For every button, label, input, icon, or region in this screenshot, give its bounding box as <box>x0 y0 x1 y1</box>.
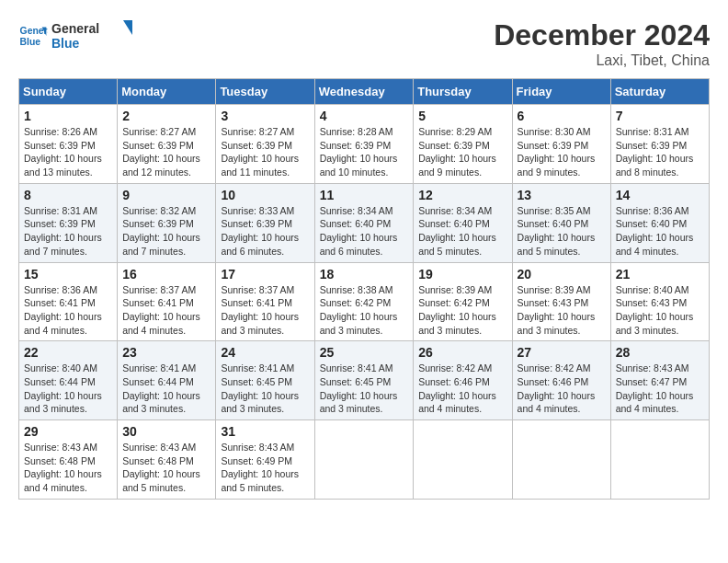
weekday-header-wednesday: Wednesday <box>314 79 414 105</box>
location-title: Laxi, Tibet, China <box>494 52 710 69</box>
calendar-cell: 12Sunrise: 8:34 AMSunset: 6:40 PMDayligh… <box>414 183 512 262</box>
day-info: Sunrise: 8:39 AMSunset: 6:43 PMDaylight:… <box>518 283 606 338</box>
day-number: 12 <box>418 188 506 202</box>
day-number: 13 <box>518 188 606 202</box>
calendar-cell: 3Sunrise: 8:27 AMSunset: 6:39 PMDaylight… <box>216 105 314 184</box>
calendar-cell: 15Sunrise: 8:36 AMSunset: 6:41 PMDayligh… <box>19 262 118 341</box>
day-number: 25 <box>320 345 409 360</box>
calendar-cell: 8Sunrise: 8:31 AMSunset: 6:39 PMDaylight… <box>19 183 118 262</box>
day-number: 11 <box>320 188 409 202</box>
day-info: Sunrise: 8:26 AMSunset: 6:39 PMDaylight:… <box>24 125 112 179</box>
day-info: Sunrise: 8:35 AMSunset: 6:40 PMDaylight:… <box>518 204 606 259</box>
weekday-header-monday: Monday <box>118 79 216 105</box>
day-number: 21 <box>616 267 704 282</box>
day-info: Sunrise: 8:39 AMSunset: 6:42 PMDaylight:… <box>418 283 506 338</box>
day-number: 1 <box>24 109 112 123</box>
calendar-cell: 29Sunrise: 8:43 AMSunset: 6:48 PMDayligh… <box>19 420 118 500</box>
day-info: Sunrise: 8:31 AMSunset: 6:39 PMDaylight:… <box>24 204 112 259</box>
day-info: Sunrise: 8:41 AMSunset: 6:45 PMDaylight:… <box>221 362 309 416</box>
calendar-cell: 5Sunrise: 8:29 AMSunset: 6:39 PMDaylight… <box>414 105 512 184</box>
calendar-cell: 14Sunrise: 8:36 AMSunset: 6:40 PMDayligh… <box>610 183 709 262</box>
day-info: Sunrise: 8:42 AMSunset: 6:46 PMDaylight:… <box>418 362 506 416</box>
svg-text:Blue: Blue <box>51 36 80 51</box>
calendar-cell: 30Sunrise: 8:43 AMSunset: 6:48 PMDayligh… <box>118 420 216 500</box>
day-number: 7 <box>616 109 704 123</box>
day-number: 26 <box>418 345 506 360</box>
calendar-week-row: 1Sunrise: 8:26 AMSunset: 6:39 PMDaylight… <box>19 105 710 184</box>
logo-icon: General Blue <box>18 21 48 51</box>
weekday-header-thursday: Thursday <box>414 79 512 105</box>
calendar-cell: 13Sunrise: 8:35 AMSunset: 6:40 PMDayligh… <box>512 183 610 262</box>
calendar-cell: 11Sunrise: 8:34 AMSunset: 6:40 PMDayligh… <box>314 183 414 262</box>
calendar-cell: 7Sunrise: 8:31 AMSunset: 6:39 PMDaylight… <box>610 105 709 184</box>
day-info: Sunrise: 8:37 AMSunset: 6:41 PMDaylight:… <box>122 283 210 338</box>
header: General Blue General Blue December 2024 … <box>18 18 710 69</box>
day-info: Sunrise: 8:41 AMSunset: 6:45 PMDaylight:… <box>320 362 409 416</box>
day-number: 9 <box>122 188 210 202</box>
day-number: 22 <box>24 345 112 360</box>
svg-text:Blue: Blue <box>20 37 41 47</box>
day-number: 14 <box>616 188 704 202</box>
day-info: Sunrise: 8:43 AMSunset: 6:48 PMDaylight:… <box>122 441 210 495</box>
day-info: Sunrise: 8:42 AMSunset: 6:46 PMDaylight:… <box>518 362 606 416</box>
calendar-cell: 22Sunrise: 8:40 AMSunset: 6:44 PMDayligh… <box>19 341 118 420</box>
day-info: Sunrise: 8:36 AMSunset: 6:41 PMDaylight:… <box>24 283 112 338</box>
day-number: 17 <box>221 267 309 282</box>
calendar-cell: 24Sunrise: 8:41 AMSunset: 6:45 PMDayligh… <box>216 341 314 420</box>
calendar-cell: 21Sunrise: 8:40 AMSunset: 6:43 PMDayligh… <box>610 262 709 341</box>
weekday-header-row: SundayMondayTuesdayWednesdayThursdayFrid… <box>19 79 710 105</box>
day-number: 19 <box>418 267 506 282</box>
calendar-week-row: 29Sunrise: 8:43 AMSunset: 6:48 PMDayligh… <box>19 420 710 500</box>
day-info: Sunrise: 8:38 AMSunset: 6:42 PMDaylight:… <box>320 283 409 338</box>
calendar-cell: 17Sunrise: 8:37 AMSunset: 6:41 PMDayligh… <box>216 262 314 341</box>
calendar-cell: 4Sunrise: 8:28 AMSunset: 6:39 PMDaylight… <box>314 105 414 184</box>
day-info: Sunrise: 8:27 AMSunset: 6:39 PMDaylight:… <box>221 125 309 179</box>
calendar-week-row: 8Sunrise: 8:31 AMSunset: 6:39 PMDaylight… <box>19 183 710 262</box>
day-number: 24 <box>221 345 309 360</box>
day-info: Sunrise: 8:34 AMSunset: 6:40 PMDaylight:… <box>418 204 506 259</box>
day-number: 27 <box>518 345 606 360</box>
day-info: Sunrise: 8:29 AMSunset: 6:39 PMDaylight:… <box>418 125 506 179</box>
calendar-cell <box>512 420 610 500</box>
calendar-cell: 18Sunrise: 8:38 AMSunset: 6:42 PMDayligh… <box>314 262 414 341</box>
month-title: December 2024 <box>494 18 710 52</box>
weekday-header-saturday: Saturday <box>610 79 709 105</box>
day-info: Sunrise: 8:40 AMSunset: 6:44 PMDaylight:… <box>24 362 112 416</box>
weekday-header-friday: Friday <box>512 79 610 105</box>
day-info: Sunrise: 8:27 AMSunset: 6:39 PMDaylight:… <box>122 125 210 179</box>
calendar-week-row: 22Sunrise: 8:40 AMSunset: 6:44 PMDayligh… <box>19 341 710 420</box>
calendar-cell: 23Sunrise: 8:41 AMSunset: 6:44 PMDayligh… <box>118 341 216 420</box>
day-info: Sunrise: 8:43 AMSunset: 6:48 PMDaylight:… <box>24 441 112 495</box>
calendar-week-row: 15Sunrise: 8:36 AMSunset: 6:41 PMDayligh… <box>19 262 710 341</box>
day-info: Sunrise: 8:36 AMSunset: 6:40 PMDaylight:… <box>616 204 704 259</box>
day-info: Sunrise: 8:37 AMSunset: 6:41 PMDaylight:… <box>221 283 309 338</box>
day-info: Sunrise: 8:32 AMSunset: 6:39 PMDaylight:… <box>122 204 210 259</box>
day-info: Sunrise: 8:40 AMSunset: 6:43 PMDaylight:… <box>616 283 704 338</box>
calendar-cell: 10Sunrise: 8:33 AMSunset: 6:39 PMDayligh… <box>216 183 314 262</box>
calendar-cell: 9Sunrise: 8:32 AMSunset: 6:39 PMDaylight… <box>118 183 216 262</box>
day-info: Sunrise: 8:34 AMSunset: 6:40 PMDaylight:… <box>320 204 409 259</box>
svg-marker-5 <box>123 20 132 35</box>
day-info: Sunrise: 8:43 AMSunset: 6:49 PMDaylight:… <box>221 441 309 495</box>
day-number: 15 <box>24 267 112 282</box>
calendar-cell: 1Sunrise: 8:26 AMSunset: 6:39 PMDaylight… <box>19 105 118 184</box>
day-info: Sunrise: 8:33 AMSunset: 6:39 PMDaylight:… <box>221 204 309 259</box>
calendar-cell <box>610 420 709 500</box>
weekday-header-tuesday: Tuesday <box>216 79 314 105</box>
calendar-cell <box>414 420 512 500</box>
day-number: 2 <box>122 109 210 123</box>
day-number: 28 <box>616 345 704 360</box>
calendar-cell: 16Sunrise: 8:37 AMSunset: 6:41 PMDayligh… <box>118 262 216 341</box>
day-info: Sunrise: 8:43 AMSunset: 6:47 PMDaylight:… <box>616 362 704 416</box>
day-info: Sunrise: 8:41 AMSunset: 6:44 PMDaylight:… <box>122 362 210 416</box>
calendar-cell: 28Sunrise: 8:43 AMSunset: 6:47 PMDayligh… <box>610 341 709 420</box>
day-number: 18 <box>320 267 409 282</box>
calendar-cell: 25Sunrise: 8:41 AMSunset: 6:45 PMDayligh… <box>314 341 414 420</box>
calendar-cell: 2Sunrise: 8:27 AMSunset: 6:39 PMDaylight… <box>118 105 216 184</box>
day-number: 5 <box>418 109 506 123</box>
svg-text:General: General <box>51 21 99 36</box>
day-number: 3 <box>221 109 309 123</box>
day-number: 8 <box>24 188 112 202</box>
day-number: 29 <box>24 424 112 439</box>
day-number: 10 <box>221 188 309 202</box>
